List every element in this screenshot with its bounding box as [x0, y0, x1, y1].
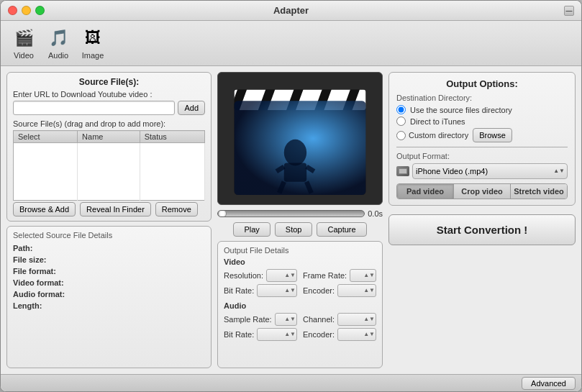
- detail-filesize: File size:: [13, 255, 205, 264]
- progress-row: 0.0s: [217, 209, 383, 218]
- browse-dest-button[interactable]: Browse: [473, 128, 512, 142]
- title-bar-right: —: [564, 6, 574, 16]
- svg-rect-17: [399, 169, 406, 173]
- encoder-audio-select-wrapper: ▲▼: [337, 328, 376, 341]
- add-url-button[interactable]: Add: [178, 101, 205, 115]
- radio-custom-input[interactable]: [396, 131, 406, 140]
- toolbar-item-audio[interactable]: 🎵 Audio: [42, 25, 74, 61]
- play-button[interactable]: Play: [233, 222, 270, 237]
- table-row: [14, 143, 205, 155]
- browse-add-button[interactable]: Browse & Add: [13, 202, 76, 216]
- framerate-select[interactable]: [350, 269, 376, 282]
- bitrate-video-select-wrapper: ▲▼: [257, 284, 297, 297]
- bottom-bar: Advanced: [1, 374, 581, 391]
- detail-length: Length:: [13, 301, 205, 310]
- stretch-video-button[interactable]: Stretch video: [511, 184, 567, 199]
- bitrate-video-select[interactable]: [257, 284, 297, 297]
- source-section: Source File(s): Enter URL to Download Yo…: [6, 72, 212, 222]
- samplerate-label: Sample Rate:: [224, 315, 272, 324]
- col-name: Name: [78, 131, 140, 143]
- time-label: 0.0s: [368, 209, 383, 218]
- audio-fields-grid: Sample Rate: ▲▼ Channel: ▲▼: [224, 313, 376, 341]
- output-file-details: Output File Details Video Resolution: ▲▼…: [217, 241, 383, 368]
- url-row: Add: [13, 101, 205, 115]
- center-panel: 0.0s Play Stop Capture Output File Detai…: [217, 72, 383, 368]
- right-panel: Output Options: Destination Directory: U…: [388, 72, 576, 368]
- bitrate-audio-row: Bit Rate: ▲▼: [224, 328, 297, 341]
- detail-label-length: Length:: [13, 301, 74, 310]
- channel-label: Channel:: [303, 315, 335, 324]
- channel-select-wrapper: ▲▼: [337, 313, 376, 326]
- main-content: Source File(s): Enter URL to Download Yo…: [1, 66, 581, 374]
- capture-button[interactable]: Capture: [317, 222, 366, 237]
- toolbar-item-video[interactable]: 🎬 Video: [8, 25, 40, 61]
- resolution-select[interactable]: [266, 269, 297, 282]
- radio-custom: Custom directory Browse: [396, 128, 568, 142]
- table-row: [14, 189, 205, 201]
- bitrate-audio-select[interactable]: [257, 328, 297, 341]
- radio-itunes-input[interactable]: [396, 117, 406, 126]
- samplerate-row: Sample Rate: ▲▼: [224, 313, 297, 326]
- encoder-video-select[interactable]: [337, 284, 376, 297]
- radio-source-dir-label: Use the source files directory: [410, 106, 512, 114]
- window-resize-btn[interactable]: —: [564, 6, 574, 16]
- pad-video-button[interactable]: Pad video: [397, 184, 454, 199]
- encoder-audio-select[interactable]: [337, 328, 376, 341]
- resolution-label: Resolution:: [224, 271, 263, 280]
- toolbar-label-video: Video: [14, 51, 34, 60]
- dest-label: Destination Directory:: [396, 94, 568, 102]
- preview-area: [217, 72, 383, 205]
- detail-path: Path:: [13, 244, 205, 252]
- video-fields-grid: Resolution: ▲▼ Frame Rate: ▲▼: [224, 269, 376, 297]
- progress-bar[interactable]: [217, 210, 365, 217]
- channel-select[interactable]: [337, 313, 376, 326]
- left-panel: Source File(s): Enter URL to Download Yo…: [6, 72, 212, 368]
- radio-itunes-label: Direct to iTunes: [410, 117, 465, 126]
- detail-audioformat: Audio format:: [13, 290, 205, 298]
- maximize-button[interactable]: [35, 6, 45, 15]
- bitrate-audio-select-wrapper: ▲▼: [257, 328, 297, 341]
- progress-handle[interactable]: [218, 210, 227, 217]
- video-section-label: Video: [224, 257, 376, 266]
- details-title: Selected Source File Details: [13, 231, 205, 240]
- image-icon: 🖼: [81, 27, 104, 50]
- audio-icon: 🎵: [47, 27, 70, 50]
- file-table-body: [14, 143, 205, 201]
- drag-label: Source File(s) (drag and drop to add mor…: [13, 119, 205, 128]
- minimize-button[interactable]: [22, 6, 31, 15]
- crop-video-button[interactable]: Crop video: [454, 184, 511, 199]
- radio-source-dir-input[interactable]: [396, 105, 406, 114]
- bitrate-audio-label: Bit Rate:: [224, 330, 254, 339]
- col-status: Status: [140, 131, 204, 143]
- reveal-finder-button[interactable]: Reveal In Finder: [80, 202, 151, 216]
- format-select-container: iPhone Video (.mp4) MP4 AVI MOV MP3 ▲▼: [412, 163, 568, 179]
- col-select: Select: [14, 131, 78, 143]
- table-row: [14, 166, 205, 178]
- main-window: Adapter — 🎬 Video 🎵 Audio 🖼 Image Source…: [0, 0, 582, 392]
- format-label: Output Format:: [396, 152, 568, 160]
- start-conversion-button[interactable]: Start Convertion !: [388, 214, 576, 245]
- remove-button[interactable]: Remove: [155, 202, 198, 216]
- detail-label-fileformat: File format:: [13, 267, 74, 275]
- toolbar-item-image[interactable]: 🖼 Image: [77, 25, 109, 61]
- close-button[interactable]: [8, 6, 17, 15]
- advanced-button[interactable]: Advanced: [522, 377, 576, 390]
- traffic-lights: [8, 6, 45, 15]
- radio-itunes: Direct to iTunes: [396, 117, 568, 126]
- url-input[interactable]: [13, 101, 175, 115]
- action-buttons: Browse & Add Reveal In Finder Remove: [13, 202, 205, 216]
- format-select[interactable]: iPhone Video (.mp4) MP4 AVI MOV MP3: [412, 163, 568, 179]
- samplerate-select[interactable]: [275, 313, 297, 326]
- radio-custom-label-part: Custom directory: [396, 131, 468, 140]
- svg-rect-11: [284, 163, 306, 181]
- encoder-audio-label: Encoder:: [303, 330, 335, 339]
- toolbar-label-audio: Audio: [48, 51, 68, 60]
- video-icon: 🎬: [12, 27, 35, 50]
- encoder-video-label: Encoder:: [303, 286, 335, 295]
- encoder-video-select-wrapper: ▲▼: [337, 284, 376, 297]
- divider: [396, 147, 568, 147]
- playback-buttons: Play Stop Capture: [217, 222, 383, 237]
- stop-button[interactable]: Stop: [275, 222, 313, 237]
- table-row: [14, 178, 205, 189]
- format-select-wrapper: iPhone Video (.mp4) MP4 AVI MOV MP3 ▲▼: [396, 163, 568, 179]
